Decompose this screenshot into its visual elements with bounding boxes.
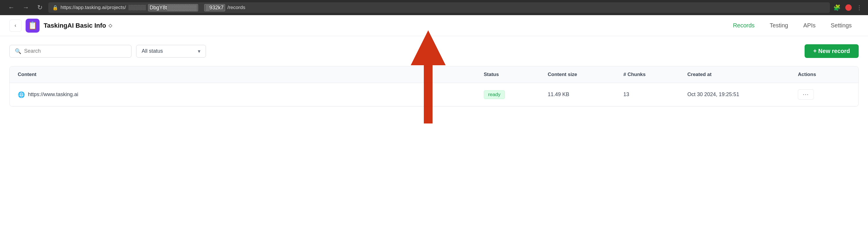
browser-icon-group: 🧩 ⋮ xyxy=(833,4,862,11)
app-title: TaskingAI Basic Info ◇ xyxy=(43,22,112,29)
records-table: Content Status Content size # Chunks Cre… xyxy=(9,66,859,107)
table-header: Content Status Content size # Chunks Cre… xyxy=(9,66,859,83)
cell-created-at: Oct 30 2024, 19:25:51 xyxy=(687,91,798,97)
table-row: 🌐 https://www.tasking.ai ready 11.49 KB … xyxy=(9,83,859,106)
app-name-label: TaskingAI Basic Info xyxy=(43,22,106,29)
toolbar: 🔍 All status ▾ + New record xyxy=(9,44,859,58)
tab-settings[interactable]: Settings xyxy=(824,20,859,31)
app-logo: 📋 xyxy=(26,19,39,33)
url-collection-id: DbgY8t░░░░░░░░ xyxy=(148,4,198,11)
lock-icon: 🔒 xyxy=(52,5,58,10)
back-nav-button[interactable]: ← xyxy=(6,3,17,12)
app-title-chevron-icon: ◇ xyxy=(108,23,112,28)
col-header-created-at: Created at xyxy=(687,72,798,78)
col-header-content-size: Content size xyxy=(548,72,623,78)
new-record-button[interactable]: + New record xyxy=(805,44,859,58)
search-icon: 🔍 xyxy=(15,48,21,54)
cell-content-size: 11.49 KB xyxy=(548,91,623,97)
refresh-nav-button[interactable]: ↻ xyxy=(35,3,45,12)
status-filter-dropdown[interactable]: All status ▾ xyxy=(136,45,206,58)
tab-testing[interactable]: Testing xyxy=(763,20,795,31)
tab-records[interactable]: Records xyxy=(726,20,762,31)
actions-menu-button[interactable]: ··· xyxy=(798,89,814,100)
url-text-middle: ░░░░░ xyxy=(128,5,146,10)
back-button[interactable]: ‹ xyxy=(9,20,22,32)
cell-content-url: https://www.tasking.ai xyxy=(28,91,78,97)
url-text-prefix: https://app.tasking.ai/projects/ xyxy=(61,5,126,10)
search-input[interactable] xyxy=(24,48,126,54)
browser-chrome: ← → ↻ 🔒 https://app.tasking.ai/projects/… xyxy=(0,0,868,15)
col-header-actions: Actions xyxy=(798,72,850,78)
col-header-status: Status xyxy=(484,72,548,78)
status-filter-label: All status xyxy=(142,48,163,54)
col-header-chunks: # Chunks xyxy=(623,72,687,78)
col-header-content: Content xyxy=(18,72,484,78)
url-text-gap xyxy=(200,5,202,10)
tab-apis[interactable]: APIs xyxy=(796,20,822,31)
app-header: ‹ 📋 TaskingAI Basic Info ◇ Records Testi… xyxy=(0,15,868,36)
app-logo-icon: 📋 xyxy=(28,21,37,30)
globe-icon: 🌐 xyxy=(18,91,25,98)
url-text-suffix: /records xyxy=(227,5,245,10)
extensions-button[interactable]: 🧩 xyxy=(833,4,841,11)
url-bar[interactable]: 🔒 https://app.tasking.ai/projects/ ░░░░░… xyxy=(48,2,830,13)
nav-tabs: Records Testing APIs Settings xyxy=(726,20,859,31)
search-input-wrap[interactable]: 🔍 xyxy=(9,45,131,58)
record-indicator xyxy=(845,4,852,11)
chevron-down-icon: ▾ xyxy=(198,48,200,54)
cell-actions[interactable]: ··· xyxy=(798,89,850,100)
cell-content: 🌐 https://www.tasking.ai xyxy=(18,91,484,98)
content-area: 🔍 All status ▾ + New record Content Stat… xyxy=(0,36,868,115)
url-record-id: ░932k7 xyxy=(204,4,225,11)
cell-chunks: 13 xyxy=(623,91,687,97)
status-badge: ready xyxy=(484,90,505,99)
cell-status: ready xyxy=(484,90,548,99)
menu-button[interactable]: ⋮ xyxy=(856,4,862,11)
forward-nav-button[interactable]: → xyxy=(20,3,31,12)
